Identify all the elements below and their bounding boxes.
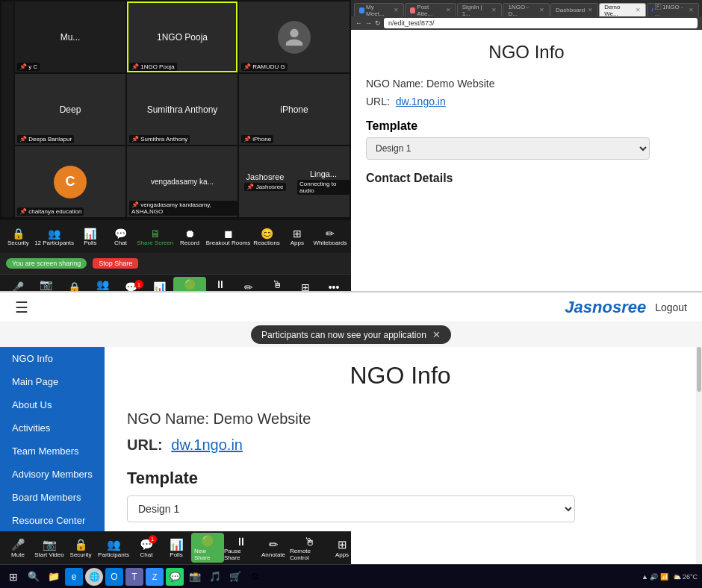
site-header: ☰ Jasnosree Logout <box>0 293 702 322</box>
video-cell-1ngo-pooja: 1NGO Pooja 📌 1NGO Pooja <box>127 1 237 72</box>
forward-btn[interactable]: → <box>365 19 372 27</box>
tb-new-share[interactable]: 🟢 New Share <box>191 533 224 563</box>
template-section: Template Design 1 <box>127 469 674 522</box>
tab-1ngo[interactable]: 1NGO - D... ✕ <box>503 3 550 16</box>
url-link[interactable]: dw.1ngo.in <box>171 437 243 453</box>
sidebar-item-advisory-members[interactable]: Advisory Members <box>0 463 105 486</box>
win-teams-btn[interactable]: T <box>125 568 143 586</box>
zoom-apps-btn[interactable]: ⊞ Apps <box>283 228 311 246</box>
more-btn[interactable]: ••• More <box>320 281 348 291</box>
ngo-url-display-right: URL: dw.1ngo.in <box>366 96 687 107</box>
zoom-record-btn[interactable]: ⏺ Record <box>176 228 204 246</box>
tb-mute[interactable]: 🎤 Mute <box>3 538 33 558</box>
tb-chat[interactable]: 💬1 Chat <box>131 538 161 558</box>
hamburger-menu[interactable]: ☰ <box>15 298 28 316</box>
win-chrome-btn[interactable]: 🌐 <box>85 568 103 586</box>
win-zoom-btn[interactable]: Z <box>146 568 164 586</box>
zoom-polls-btn[interactable]: 📊 Polls <box>76 228 105 246</box>
weather-info: ⛅ 26°C <box>673 573 698 581</box>
video-cell-iphone: iPhone 📌 iPhone <box>239 74 350 145</box>
template-section-right: Template Design 1 <box>366 119 687 160</box>
sidebar-item-main-page[interactable]: Main Page <box>0 370 105 393</box>
sidebar-item-resource-center[interactable]: Resource Center <box>0 509 105 532</box>
new-share-btn[interactable]: 🟢 New Share <box>173 277 206 292</box>
zoom-whiteboard-btn[interactable]: ✏ Whiteboards <box>314 228 347 246</box>
win-outlook-btn[interactable]: O <box>105 568 123 586</box>
annotate-btn[interactable]: ✏ Annotate <box>234 281 263 291</box>
zoom-security-btn[interactable]: 🔒 Security <box>4 228 32 246</box>
tb-polls[interactable]: 📊 Polls <box>161 538 191 558</box>
sidebar-item-ngo-info[interactable]: NGO Info <box>0 347 105 370</box>
mute-btn[interactable]: 🎤 Mute <box>3 281 31 291</box>
scrollbar-thumb[interactable] <box>697 347 701 392</box>
participant-name-deep: 📌 Deepa Banlapur <box>17 135 74 143</box>
zoom-reactions-btn[interactable]: 😊 Reactions <box>252 228 281 246</box>
template-select[interactable]: Design 1 <box>127 495 575 522</box>
scrollbar[interactable] <box>696 347 702 564</box>
win-edge-btn[interactable]: e <box>65 568 83 586</box>
stop-share-btn[interactable]: Stop Share <box>93 258 138 269</box>
tab-facebook[interactable]: f 🇫 1NGO - ... ✕ <box>647 3 699 16</box>
url-link-right[interactable]: dw.1ngo.in <box>396 96 446 107</box>
tb-pause-share[interactable]: ⏸ Pause Share <box>224 535 257 561</box>
tab-demo-we[interactable]: Demo We... ✕ <box>599 3 645 16</box>
zoom-area: Mu... 📌 y C 1NGO Pooja 📌 1NGO Pooja 📌 RA… <box>0 0 351 291</box>
participant-name-chaitanya: 📌 chaitanya education <box>17 207 84 216</box>
win-photos-btn[interactable]: 📸 <box>186 568 204 586</box>
remote-control-btn[interactable]: 🖱 Remote Control <box>263 278 291 292</box>
zoom-bottom-taskbar: 🎤 Mute 📷 Start Video 🔒 Security 👥 Partic… <box>0 531 351 564</box>
address-input[interactable]: n/edit_test/873/ <box>384 18 698 28</box>
template-select-right[interactable]: Design 1 <box>366 137 650 160</box>
zoom-breakout-btn[interactable]: ◼ Breakout Rooms <box>206 228 251 246</box>
participants-btn2[interactable]: 👥 12 Participants <box>88 278 117 292</box>
tab-signin[interactable]: SignIn | 1... ✕ <box>457 3 503 16</box>
zoom-participants-btn[interactable]: 👥 12 Participants <box>34 228 74 246</box>
win-whatsapp-btn[interactable]: 💬 <box>166 568 184 586</box>
video-cell-sumithra: Sumithra Anthony 📌 Sumithra Anthony <box>127 74 237 145</box>
tb-apps[interactable]: ⊞ Apps <box>329 538 355 558</box>
security-btn2[interactable]: 🔒 Security <box>60 281 88 291</box>
back-btn[interactable]: ← <box>355 19 362 27</box>
participant-name-vengadasamy: 📌 vengadasamy kandasamy, ASHA,NGO <box>129 201 237 216</box>
video-cell-jashosree-linga: Jashosree 📌 Jashosree Linga... Connectin… <box>239 146 350 217</box>
win-files-btn[interactable]: 📁 <box>45 568 63 586</box>
sidebar-item-team-members[interactable]: Team Members <box>0 440 105 463</box>
sidebar-item-activities[interactable]: Activities <box>0 416 105 440</box>
contact-section-right: Contact Details <box>366 172 687 185</box>
win-search-btn[interactable]: 🔍 <box>25 568 43 586</box>
participant-name-sumithra: 📌 Sumithra Anthony <box>129 135 190 143</box>
win-media-btn[interactable]: 🎵 <box>206 568 224 586</box>
ngo-name-value-right: Demo Website <box>426 78 495 90</box>
zoom-share-screen-btn[interactable]: 🖥 Share Screen <box>137 228 173 246</box>
win-store-btn[interactable]: 🛒 <box>226 568 244 586</box>
tab-my-meet[interactable]: My Meet... ✕ <box>354 3 404 16</box>
apps-btn2[interactable]: ⊞ Apps <box>291 281 320 291</box>
tb-more[interactable]: More <box>355 545 382 551</box>
brand-name: Jasnosree <box>28 298 646 317</box>
zoom-toolbar-1: 🔒 Security 👥 12 Participants 📊 Polls 💬 C… <box>0 220 351 253</box>
page-title: NGO Info <box>127 362 674 390</box>
reload-btn[interactable]: ↻ <box>375 19 381 27</box>
win-start-btn[interactable]: ⊞ <box>4 568 22 586</box>
logout-btn[interactable]: Logout <box>655 301 687 313</box>
zoom-chat-btn[interactable]: 💬 Chat <box>107 228 135 246</box>
tb-security[interactable]: 🔒 Security <box>66 538 96 558</box>
tab-post-atte[interactable]: Post Atte... ✕ <box>405 3 456 16</box>
start-video-btn[interactable]: 📷 Start Video <box>31 278 60 292</box>
notification-close[interactable]: ✕ <box>432 329 441 340</box>
tb-participants[interactable]: 👥 Participants <box>96 538 131 558</box>
pause-share-btn[interactable]: ⏸ Pause Share <box>206 278 234 292</box>
sidebar-item-board-members[interactable]: Board Members <box>0 486 105 509</box>
tb-remote-ctrl[interactable]: 🖱 Remote Control <box>290 535 329 561</box>
ngo-name-label-right: NGO Name: <box>366 78 423 90</box>
polls-btn2[interactable]: 📊 Polls <box>145 281 173 291</box>
win-settings-btn[interactable]: ⚙ <box>246 568 264 586</box>
tb-annotate[interactable]: ✏ Annotate <box>257 538 290 558</box>
template-heading-right: Template <box>366 119 687 133</box>
tb-start-video[interactable]: 📷 Start Video <box>33 538 66 558</box>
participant-name-ramudu: 📌 RAMUDU G <box>241 63 288 71</box>
chat-btn2[interactable]: 💬 Chat 1 <box>117 281 145 291</box>
sidebar-item-about-us[interactable]: About Us <box>0 393 105 416</box>
tab-dashboard[interactable]: Dashboard ✕ <box>550 3 598 16</box>
browser-address-bar: ← → ↻ n/edit_test/873/ <box>351 16 702 30</box>
